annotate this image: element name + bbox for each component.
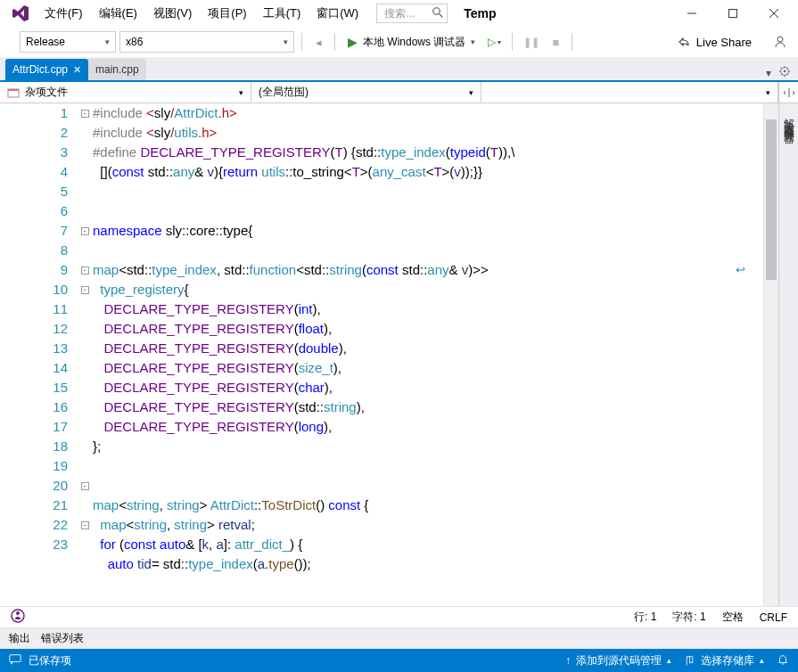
document-tab-strip: AttrDict.cpp ✕ main.cpp ▾ [0,57,798,80]
menu-window[interactable]: 窗口(W) [309,2,366,25]
nav-prev-button[interactable]: ◂ [309,31,327,53]
live-share-button[interactable]: Live Share [670,35,759,49]
menu-view[interactable]: 视图(V) [146,2,199,25]
chevron-up-icon: ▴ [760,656,764,665]
admin-button[interactable] [769,31,791,53]
col-indicator[interactable]: 字符: 1 [672,610,705,625]
person-icon [773,35,787,49]
status-bar: 已保存项 ↑ 添加到源代码管理 ▴ 选择存储库 ▴ [0,649,798,672]
svg-rect-10 [8,89,19,91]
vs-logo-icon [11,4,30,23]
project-icon [7,86,20,99]
select-repo-button[interactable]: 选择存储库 ▴ [684,653,764,668]
split-icon [783,86,795,99]
tab-main[interactable]: main.cpp [88,59,146,80]
menu-tools[interactable]: 工具(T) [256,2,309,25]
chevron-down-icon: ▾ [284,37,288,46]
menu-edit[interactable]: 编辑(E) [92,2,144,25]
notifications-icon[interactable] [777,653,789,668]
tab-options-icon[interactable] [778,65,791,80]
search-icon [432,7,443,20]
start-nodeb-button[interactable]: ▷▾ [484,31,505,53]
chevron-down-icon: ▾ [471,37,475,46]
separator [334,33,335,51]
line-indicator[interactable]: 行: 1 [634,610,656,625]
code-area[interactable]: #include <sly/AttrDict.h>#include <sly/u… [91,103,763,606]
feedback-icon[interactable] [9,653,21,668]
split-editor-button[interactable] [778,82,798,102]
tab-overflow-button[interactable]: ▾ [766,67,771,79]
svg-rect-14 [10,654,21,661]
solution-explorer-tab[interactable]: 解决方案资源管理器 [778,103,798,606]
chevron-up-icon: ▴ [667,656,671,665]
editor-status-bar: 行: 1 字符: 1 空格 CRLF [0,606,798,627]
scrollbar-thumb[interactable] [766,119,777,280]
separator [301,33,302,51]
close-button[interactable] [753,0,794,27]
svg-line-1 [440,13,443,17]
chevron-down-icon: ▾ [105,37,110,46]
configuration-combo[interactable]: Release▾ [20,31,116,53]
eol-indicator[interactable]: CRLF [760,611,787,624]
live-share-icon [677,35,691,49]
search-placeholder: 搜索... [384,6,415,21]
menu-bar: 文件(F) 编辑(E) 视图(V) 项目(P) 工具(T) 窗口(W) [37,2,366,25]
svg-rect-3 [729,10,737,18]
indent-indicator[interactable]: 空格 [722,610,744,625]
chevron-down-icon: ▾ [239,88,243,97]
svg-point-6 [777,37,783,42]
stop-debug-button[interactable]: ■ [547,31,564,53]
error-list-tab[interactable]: 错误列表 [41,631,84,646]
scope-combo-2[interactable]: (全局范围) ▾ [251,82,481,102]
vertical-scrollbar[interactable] [763,103,778,606]
minimize-button[interactable] [671,0,712,27]
tab-attrdict[interactable]: AttrDict.cpp ✕ [5,59,88,80]
status-saved: 已保存项 [29,653,71,668]
line-number-gutter: 1234567891011121314151617181920212223 [0,103,78,606]
platform-combo[interactable]: x86▾ [119,31,294,53]
scope-combo-3[interactable]: ▾ [481,82,778,102]
bottom-panel-tabs: 输出 错误列表 [0,627,798,649]
window-controls [671,0,794,27]
menu-project[interactable]: 项目(P) [201,2,253,25]
pause-debug-button[interactable]: ❚❚ [520,31,543,53]
add-source-control-button[interactable]: ↑ 添加到源代码管理 ▴ [565,653,671,668]
chevron-down-icon: ▾ [469,88,473,97]
code-editor[interactable]: 1234567891011121314151617181920212223 --… [0,103,778,606]
separator [512,33,513,51]
separator [572,33,572,51]
start-debug-button[interactable]: ▶ 本地 Windows 调试器 ▾ [342,31,481,53]
context-bar: 杂项文件 ▾ (全局范围) ▾ ▾ [0,80,798,103]
maximize-button[interactable] [712,0,753,27]
scope-combo-1[interactable]: 杂项文件 ▾ [0,82,251,102]
arrow-up-icon: ↑ [565,654,571,667]
title-bar: 文件(F) 编辑(E) 视图(V) 项目(P) 工具(T) 窗口(W) 搜索..… [0,0,798,27]
play-icon: ▶ [348,35,358,49]
intellicode-icon[interactable] [11,609,25,626]
search-input[interactable]: 搜索... [376,4,448,23]
pin-icon[interactable]: ✕ [73,64,81,76]
output-tab[interactable]: 输出 [9,631,30,646]
svg-point-0 [433,7,440,14]
menu-file[interactable]: 文件(F) [37,2,90,25]
chevron-down-icon: ▾ [766,88,770,97]
solution-name: Temp [464,6,496,20]
toolbar: Release▾ x86▾ ◂ ▶ 本地 Windows 调试器 ▾ ▷▾ ❚❚… [0,27,798,57]
svg-point-8 [784,70,786,73]
svg-point-13 [16,611,20,615]
fold-gutter[interactable]: ------ [78,103,91,606]
repo-icon [684,655,695,667]
